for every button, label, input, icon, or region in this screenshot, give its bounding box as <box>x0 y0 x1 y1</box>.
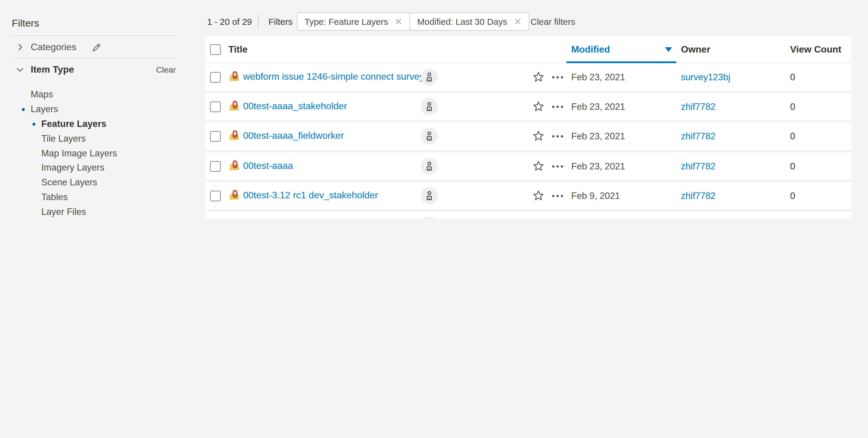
feature-layer-icon <box>228 71 240 83</box>
edit-categories-pencil-icon[interactable] <box>92 42 102 52</box>
row-checkbox[interactable] <box>210 191 221 201</box>
private-sharing-person-icon[interactable] <box>421 187 438 204</box>
sidebar-filter-option[interactable]: Map Image Layers <box>12 146 183 160</box>
view-count: 0 <box>790 132 795 142</box>
item-title-link[interactable]: 00test-3.12 rc1 dev_stakeholder <box>243 190 378 201</box>
row-checkbox[interactable] <box>210 72 221 83</box>
sidebar-filter-option-label: Scene Layers <box>12 177 97 188</box>
modified-date: Feb 23, 2021 <box>571 101 625 112</box>
table-header: Title Modified Owner View Count <box>205 37 851 63</box>
categories-label: Categories <box>31 42 76 53</box>
owner-link[interactable]: zhif7782 <box>681 161 715 172</box>
sidebar-filter-option[interactable]: Layers <box>12 102 183 117</box>
sidebar-filter-option[interactable]: Layer Files <box>12 205 183 219</box>
view-count: 0 <box>790 72 795 83</box>
select-all-checkbox[interactable] <box>210 44 221 55</box>
content-page: Filters Categories Item Type Clear Maps … <box>0 0 868 219</box>
sidebar-filter-option-label: Layer Files <box>12 207 86 217</box>
private-sharing-person-icon[interactable] <box>421 216 438 219</box>
more-options-icon[interactable] <box>551 73 564 82</box>
item-title-link[interactable]: 00test-aaaa_stakeholder <box>243 101 347 112</box>
favorite-star-icon[interactable] <box>532 189 545 202</box>
table-row: webform issue 1246-simple connect survey… <box>205 63 851 93</box>
sidebar-filter-option-label: Maps <box>12 89 53 100</box>
feature-layer-icon <box>228 160 240 172</box>
divider <box>12 58 177 58</box>
favorite-star-icon[interactable] <box>532 71 545 83</box>
sidebar-filter-option[interactable]: Feature Layers <box>12 117 183 132</box>
divider <box>258 13 258 30</box>
column-header-modified[interactable]: Modified <box>571 37 610 63</box>
sidebar-filter-option[interactable]: Maps <box>12 87 183 102</box>
modified-date: Feb 23, 2021 <box>571 132 625 142</box>
result-range: 1 - 20 of 29 <box>207 17 252 27</box>
chevron-right-icon <box>16 42 25 52</box>
column-header-title[interactable]: Title <box>228 37 248 63</box>
more-options-icon[interactable] <box>551 133 564 141</box>
sidebar-filter-option[interactable]: Tile Layers <box>12 132 183 146</box>
selected-bullet-icon <box>22 108 25 111</box>
modified-date: Feb 9, 2021 <box>571 191 620 201</box>
filters-panel-title: Filters <box>12 18 39 30</box>
feature-layer-icon <box>228 100 240 112</box>
filter-chip-type[interactable]: Type: Feature Layers <box>297 12 410 31</box>
sidebar-filter-option[interactable]: Imagery Layers <box>12 160 183 175</box>
modified-date: Feb 23, 2021 <box>571 72 625 83</box>
row-checkbox[interactable] <box>210 161 221 172</box>
filter-chip-label: Modified: Last 30 Days <box>417 17 507 27</box>
item-title-link[interactable]: 00test-aaaa_fieldworker <box>243 131 344 141</box>
table-body: webform issue 1246-simple connect survey… <box>205 63 851 219</box>
item-type-label: Item Type <box>31 64 74 75</box>
owner-link[interactable]: zhif7782 <box>681 191 715 201</box>
filters-bar-label: Filters <box>269 17 293 27</box>
table-row: 00test-aaaa_stakeholder Feb 23, 2021 zhi… <box>205 93 851 122</box>
private-sharing-person-icon[interactable] <box>421 157 438 174</box>
favorite-star-icon[interactable] <box>532 130 545 143</box>
feature-layer-icon <box>228 189 240 201</box>
remove-filter-icon[interactable] <box>395 18 402 25</box>
view-count: 0 <box>790 161 795 172</box>
table-row: 00test-3.12 rc1 dev_stakeholder Feb 9, 2… <box>205 182 851 211</box>
column-header-owner[interactable]: Owner <box>681 37 710 63</box>
table-row: 00test-aaaa Feb 23, 2021 zhif7782 0 <box>205 152 851 181</box>
sidebar-section-item-type[interactable]: Item Type Clear <box>12 59 177 80</box>
item-title-link[interactable]: webform issue 1246-simple connect survey <box>243 71 424 82</box>
owner-link[interactable]: survey123bj <box>681 72 730 83</box>
sidebar-filter-option-label: Map Image Layers <box>12 148 117 158</box>
favorite-star-icon[interactable] <box>532 160 545 172</box>
sidebar-section-categories[interactable]: Categories <box>12 37 177 58</box>
table-row: 00test-aaaa_fieldworker Feb 23, 2021 zhi… <box>205 122 851 152</box>
clear-filters-button[interactable]: Clear filters <box>530 17 575 27</box>
feature-layer-icon <box>228 130 240 142</box>
sidebar-filter-option[interactable]: Tables <box>12 190 183 205</box>
filter-chip-modified[interactable]: Modified: Last 30 Days <box>409 12 529 31</box>
more-options-icon[interactable] <box>551 103 564 111</box>
sidebar-filter-option[interactable]: Scene Layers <box>12 175 183 190</box>
sidebar-filter-option-label: Tile Layers <box>12 134 86 144</box>
column-header-view-count[interactable]: View Count <box>790 37 841 63</box>
remove-filter-icon[interactable] <box>514 18 521 25</box>
view-count: 0 <box>790 191 795 201</box>
more-options-icon[interactable] <box>551 192 564 200</box>
table-row: 00test-3.12 rc1 dev_fieldworker Feb 9, 2… <box>205 211 851 219</box>
row-checkbox[interactable] <box>210 101 221 112</box>
chevron-down-icon <box>16 65 25 75</box>
owner-link[interactable]: zhif7782 <box>681 101 715 112</box>
sidebar-filter-option-label: Tables <box>12 192 68 202</box>
item-type-clear-button[interactable]: Clear <box>156 65 176 75</box>
private-sharing-person-icon[interactable] <box>421 128 438 145</box>
private-sharing-person-icon[interactable] <box>421 68 438 86</box>
items-table: Title Modified Owner View Count webform … <box>205 37 851 219</box>
more-options-icon[interactable] <box>551 162 564 170</box>
owner-link[interactable]: zhif7782 <box>681 132 715 142</box>
sort-descending-icon <box>665 47 672 52</box>
item-type-list: Maps Layers Feature Layers Tile Layers M… <box>12 87 183 219</box>
private-sharing-person-icon[interactable] <box>421 98 438 115</box>
favorite-star-icon[interactable] <box>532 100 545 113</box>
item-title-link[interactable]: 00test-aaaa <box>243 160 293 171</box>
sidebar-filter-option-label: Layers <box>12 104 58 115</box>
divider <box>12 35 177 36</box>
row-checkbox[interactable] <box>210 132 221 142</box>
selected-bullet-icon <box>32 122 35 125</box>
sidebar-filter-option-label: Imagery Layers <box>12 163 104 173</box>
